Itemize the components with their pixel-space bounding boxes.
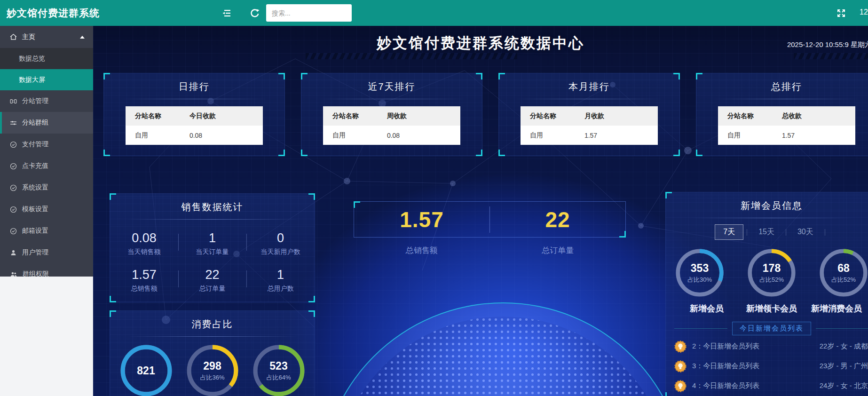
ranking-cards-row: 日排行 分站名称 今日收款 自用 0.08 近7天排行 分站名称 周收款 xyxy=(93,73,868,156)
member-meta: 24岁 - 女 - 北京 xyxy=(820,381,868,390)
column-header: 分站名称 xyxy=(135,112,189,120)
sidebar-item-system-settings[interactable]: 系统设置 xyxy=(0,177,93,198)
member-list-item: 4：今日新增会员列表 24岁 - 女 - 北京 xyxy=(674,377,868,395)
new-members-title: 新增会员信息 xyxy=(674,192,868,212)
stat-today-orders: 1 当天订单量 xyxy=(178,231,246,256)
stat-total-orders: 22 总订单量 xyxy=(178,268,246,293)
tab-15-days[interactable]: 15天 xyxy=(750,225,782,239)
rank-card-title: 本月排行 xyxy=(499,73,679,93)
top-header: 妙文馆付费进群系统 123 xyxy=(0,0,868,26)
member-ring-labels: 新增会员 新增领卡会员 新增消费会员 xyxy=(674,303,868,314)
fullscreen-icon[interactable] xyxy=(836,8,847,19)
member-meta: 23岁 - 男 - 广州 xyxy=(820,362,868,371)
sidebar-item-label: 分站群组 xyxy=(22,119,48,127)
screen-title: 妙文馆付费进群系统数据中心 xyxy=(93,33,868,53)
sales-stats-card: 销售数据统计 0.08 当天销售额 1 当天订单量 0 当天新用户数 1.57 … xyxy=(110,193,315,302)
tab-30-days[interactable]: 30天 xyxy=(789,225,821,239)
rank-card-month: 本月排行 分站名称 月收款 自用 1.57 xyxy=(498,73,680,156)
check-circle-icon xyxy=(9,141,17,149)
bulb-icon xyxy=(674,380,687,392)
sidebar-item-substation-group[interactable]: 分站群组 xyxy=(0,112,93,134)
donut-chart: 68占比52% xyxy=(819,248,868,297)
rank-table: 分站名称 月收款 自用 1.57 xyxy=(521,106,658,145)
cell-amount: 0.08 xyxy=(189,132,253,139)
donut-chart: 353占比30% xyxy=(675,248,724,297)
sidebar-item-data-overview[interactable]: 数据总览 xyxy=(0,48,93,69)
sliders-icon xyxy=(9,119,17,127)
check-circle-icon xyxy=(9,206,17,214)
sidebar-item-label: 分站管理 xyxy=(22,97,48,105)
user-label[interactable]: 123 xyxy=(860,8,868,16)
total-orders-value: 22 xyxy=(490,202,625,237)
new-members-panel: 新增会员信息 7天 15天 30天 353占比30% 178占比52% 68占比… xyxy=(665,192,868,396)
cell-site-name: 自用 xyxy=(530,131,584,140)
totals-box: 1.57 22 xyxy=(354,201,626,238)
sidebar-item-label: 用户管理 xyxy=(22,248,48,257)
member-list-header: 今日新增会员列表 xyxy=(674,322,868,335)
search-input[interactable] xyxy=(266,4,352,22)
home-icon xyxy=(9,33,17,41)
sidebar-item-data-screen[interactable]: 数据大屏 xyxy=(0,69,93,90)
sidebar-item-label: 系统设置 xyxy=(22,183,48,192)
ring-label: 新增领卡会员 xyxy=(739,303,804,314)
column-header: 周收款 xyxy=(387,112,451,120)
rank-table: 分站名称 周收款 自用 0.08 xyxy=(323,106,460,145)
stripe-decoration xyxy=(794,53,868,59)
sidebar-item-label: 邮箱设置 xyxy=(22,227,48,235)
cell-site-name: 自用 xyxy=(727,131,782,140)
app-title: 妙文馆付费进群系统 xyxy=(7,0,100,26)
user-icon xyxy=(9,249,17,257)
rank-table: 分站名称 今日收款 自用 0.08 xyxy=(126,106,263,145)
sidebar-item-label: 数据总览 xyxy=(19,55,45,63)
sidebar-item-email-settings[interactable]: 邮箱设置 xyxy=(0,220,93,242)
member-text: 4：今日新增会员列表 xyxy=(692,381,759,390)
rank-card-title: 日排行 xyxy=(104,73,284,93)
table-header-row: 分站名称 今日收款 xyxy=(126,106,263,126)
check-circle-icon xyxy=(9,162,17,170)
collapse-menu-icon[interactable] xyxy=(221,8,232,19)
check-circle-icon xyxy=(9,184,17,192)
member-list-title-button[interactable]: 今日新增会员列表 xyxy=(732,322,811,335)
member-meta: 22岁 - 女 - 成都 xyxy=(820,342,868,351)
period-tabs: 7天 15天 30天 xyxy=(674,224,868,240)
sidebar-item-label: 点卡充值 xyxy=(22,162,48,170)
member-text: 2：今日新增会员列表 xyxy=(692,342,759,351)
table-row: 自用 0.08 xyxy=(323,126,460,145)
member-list-item: 2：今日新增会员列表 22岁 - 女 - 成都 xyxy=(674,338,868,355)
sidebar-item-payment-manage[interactable]: 支付管理 xyxy=(0,134,93,155)
cell-amount: 1.57 xyxy=(584,132,648,139)
ring-label: 新增消费会员 xyxy=(804,303,868,314)
sidebar-item-card-recharge[interactable]: 点卡充值 xyxy=(0,155,93,177)
screen-datetime: 2025-12-20 10:55:9 星期六 xyxy=(787,40,868,49)
column-header: 月收款 xyxy=(584,112,648,120)
rank-card-total: 总排行 分站名称 总收款 自用 1.57 xyxy=(696,73,868,156)
column-header: 今日收款 xyxy=(189,112,253,120)
table-header-row: 分站名称 周收款 xyxy=(323,106,460,126)
total-sales-value: 1.57 xyxy=(354,202,489,237)
refresh-icon[interactable] xyxy=(249,8,260,19)
sidebar-item-template-settings[interactable]: 模板设置 xyxy=(0,198,93,220)
sidebar-item-label: 主页 xyxy=(22,33,35,41)
bulb-icon xyxy=(674,341,687,353)
stat-total-sales: 1.57 总销售额 xyxy=(110,268,178,293)
donut-chart: 298占比36% xyxy=(186,344,239,396)
consumption-rings: 821 298占比36% 523占比64% xyxy=(110,344,315,396)
sidebar-footer-area xyxy=(0,277,93,396)
column-header: 总收款 xyxy=(782,112,846,120)
rank-table: 分站名称 总收款 自用 1.57 xyxy=(718,106,855,145)
sidebar: 主页 数据总览 数据大屏 分站管理 分站群组 xyxy=(0,26,93,277)
donut-chart: 821 xyxy=(120,344,173,396)
sidebar-item-substation-manage[interactable]: 分站管理 xyxy=(0,90,93,112)
check-circle-icon xyxy=(9,227,17,235)
table-header-row: 分站名称 月收款 xyxy=(521,106,658,126)
consumption-title: 消费占比 xyxy=(110,311,315,331)
sidebar-item-home[interactable]: 主页 xyxy=(0,26,93,48)
donut-chart: 178占比52% xyxy=(747,248,796,297)
member-rings: 353占比30% 178占比52% 68占比52% xyxy=(674,248,868,297)
bulb-icon xyxy=(674,360,687,372)
sidebar-item-user-manage[interactable]: 用户管理 xyxy=(0,242,93,263)
ring-label: 新增会员 xyxy=(674,303,739,314)
tab-7-days[interactable]: 7天 xyxy=(715,224,743,240)
column-header: 分站名称 xyxy=(332,112,387,120)
member-list-item: 3：今日新增会员列表 23岁 - 男 - 广州 xyxy=(674,357,868,375)
